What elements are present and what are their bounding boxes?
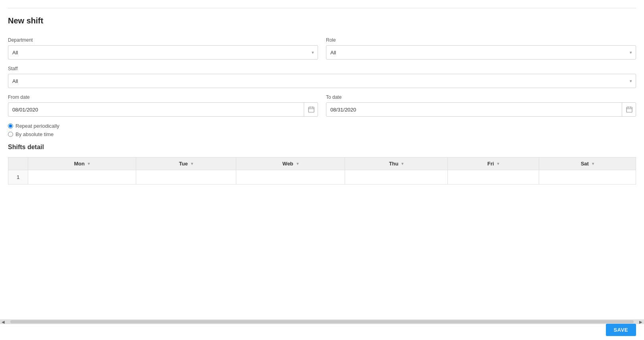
repeat-periodically-radio[interactable] (8, 123, 13, 129)
col-header-sat: Sat ▾ (539, 158, 636, 170)
by-absolute-time-radio[interactable] (8, 132, 13, 137)
col-wed-label: Web (282, 161, 293, 167)
department-role-row: Department All ▾ Role All ▾ (8, 37, 636, 60)
col-sat-filter-icon[interactable]: ▾ (592, 161, 594, 166)
col-fri-filter-icon[interactable]: ▾ (497, 161, 499, 166)
staff-label: Staff (8, 66, 636, 71)
role-label: Role (326, 37, 636, 43)
cell-wed (236, 170, 345, 184)
scroll-right-arrow[interactable]: ▶ (638, 319, 644, 324)
cell-mon (28, 170, 136, 184)
col-header-wed: Web ▾ (236, 158, 345, 170)
scroll-left-arrow[interactable]: ◀ (0, 319, 6, 324)
to-date-input-wrapper (326, 102, 636, 117)
col-thu-label: Thu (389, 161, 399, 167)
page-title: New shift (8, 16, 636, 25)
shifts-table: Mon ▾ Tue ▾ Web ▾ (8, 157, 636, 184)
row-num-cell: 1 (8, 170, 28, 184)
staff-group: Staff All ▾ (8, 66, 636, 88)
col-tue-filter-icon[interactable]: ▾ (191, 161, 193, 166)
col-mon-filter-icon[interactable]: ▾ (88, 161, 90, 166)
col-header-mon: Mon ▾ (28, 158, 136, 170)
cell-tue (136, 170, 236, 184)
shifts-table-body: 1 (8, 170, 636, 184)
horizontal-scrollbar[interactable]: ◀ ▶ (0, 319, 644, 324)
save-button[interactable]: SAVE (606, 324, 636, 336)
from-date-label: From date (8, 94, 318, 100)
col-tue-label: Tue (179, 161, 188, 167)
from-date-group: From date (8, 94, 318, 117)
table-row: 1 (8, 170, 636, 184)
repeat-periodically-label: Repeat periodically (15, 123, 60, 129)
staff-row: Staff All ▾ (8, 66, 636, 88)
staff-select-wrapper: All ▾ (8, 74, 636, 88)
radio-group: Repeat periodically By absolute time (8, 123, 636, 137)
col-header-tue: Tue ▾ (136, 158, 236, 170)
page-container: New shift Department All ▾ Role All ▾ St (0, 0, 644, 340)
svg-rect-0 (309, 107, 314, 112)
col-header-fri: Fri ▾ (448, 158, 539, 170)
to-date-group: To date (326, 94, 636, 117)
scrollbar-track[interactable] (10, 320, 634, 323)
svg-rect-4 (627, 107, 632, 112)
from-date-input[interactable] (8, 102, 318, 117)
from-date-calendar-icon[interactable] (304, 102, 318, 117)
repeat-periodically-item: Repeat periodically (8, 123, 636, 129)
col-thu-filter-icon[interactable]: ▾ (401, 161, 403, 166)
col-header-rownum (8, 158, 28, 170)
shifts-table-header-row: Mon ▾ Tue ▾ Web ▾ (8, 158, 636, 170)
to-date-input[interactable] (326, 102, 636, 117)
by-absolute-time-item: By absolute time (8, 131, 636, 137)
department-label: Department (8, 37, 318, 43)
department-select-wrapper: All ▾ (8, 45, 318, 60)
date-row: From date To date (8, 94, 636, 117)
to-date-calendar-icon[interactable] (622, 102, 636, 117)
role-group: Role All ▾ (326, 37, 636, 60)
to-date-label: To date (326, 94, 636, 100)
col-sat-label: Sat (581, 161, 589, 167)
cell-thu (345, 170, 447, 184)
top-divider (8, 8, 636, 8)
staff-select[interactable]: All (8, 74, 636, 88)
col-fri-label: Fri (488, 161, 494, 167)
department-group: Department All ▾ (8, 37, 318, 60)
department-select[interactable]: All (8, 45, 318, 60)
cell-sat (539, 170, 636, 184)
role-select[interactable]: All (326, 45, 636, 60)
shifts-table-header: Mon ▾ Tue ▾ Web ▾ (8, 158, 636, 170)
col-header-thu: Thu ▾ (345, 158, 447, 170)
by-absolute-time-label: By absolute time (15, 131, 54, 137)
role-select-wrapper: All ▾ (326, 45, 636, 60)
save-btn-container: SAVE (606, 324, 636, 336)
col-wed-filter-icon[interactable]: ▾ (297, 161, 299, 166)
cell-fri (448, 170, 539, 184)
from-date-input-wrapper (8, 102, 318, 117)
col-mon-label: Mon (74, 161, 85, 167)
shifts-detail-title: Shifts detail (8, 144, 636, 151)
